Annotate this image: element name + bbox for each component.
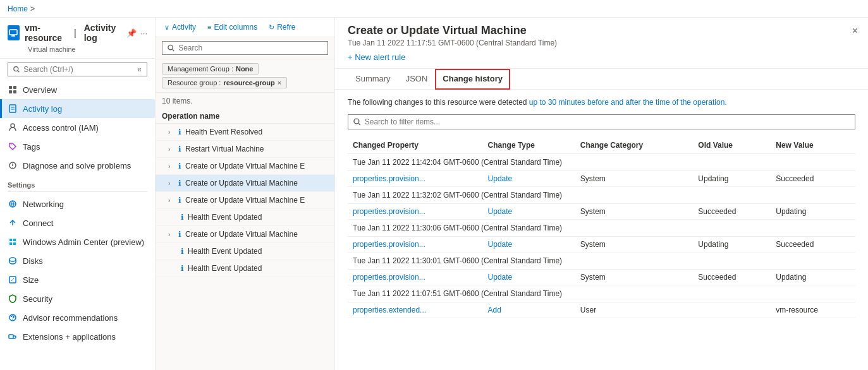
info-icon: ℹ — [178, 162, 181, 170]
svg-rect-22 — [13, 242, 16, 245]
old-value-cell — [693, 302, 771, 318]
list-item[interactable]: › ℹ Create or Update Virtual Machine — [156, 175, 334, 192]
breadcrumb: Home > — [0, 0, 868, 18]
close-button[interactable]: × — [852, 25, 858, 37]
svg-rect-21 — [9, 242, 12, 245]
svg-line-4 — [18, 71, 19, 72]
collapse-icon[interactable]: « — [137, 65, 142, 74]
overview-icon — [8, 85, 18, 95]
svg-rect-5 — [9, 86, 12, 89]
edit-columns-btn[interactable]: ≡ Edit columns — [205, 21, 260, 33]
sidebar-item-advisor[interactable]: Advisor recommendations — [0, 308, 155, 327]
info-icon: ℹ — [181, 247, 184, 256]
sidebar-item-security[interactable]: Security — [0, 289, 155, 308]
activity-dropdown-btn[interactable]: ∨ Activity — [162, 21, 199, 33]
new-value-cell: Succeeded — [771, 170, 855, 186]
sidebar-item-disks[interactable]: Disks — [0, 251, 155, 270]
info-link: up to 30 minutes before and after the ti… — [529, 98, 727, 107]
extensions-icon — [8, 331, 18, 342]
svg-point-3 — [14, 67, 18, 71]
list-item[interactable]: › ℹ Create or Update Virtual Machine E — [156, 158, 334, 175]
item-label: Health Event Resolved — [185, 128, 262, 136]
category-cell: System — [575, 236, 694, 252]
sidebar-search-box[interactable]: « — [8, 63, 147, 76]
sidebar-item-access-control[interactable]: Access control (IAM) — [0, 118, 155, 137]
filter-search-box[interactable] — [348, 114, 855, 129]
col-change-category: Change Category — [575, 137, 694, 154]
property-cell[interactable]: properties.provision... — [348, 236, 483, 252]
center-search-box[interactable] — [162, 41, 328, 55]
col-change-type: Change Type — [483, 137, 575, 154]
list-item[interactable]: › ℹ Restart Virtual Machine — [156, 141, 334, 158]
breadcrumb-home[interactable]: Home — [8, 4, 28, 13]
svg-point-26 — [12, 319, 13, 321]
list-item[interactable]: ℹ Health Event Updated — [156, 243, 334, 260]
category-cell: System — [575, 269, 694, 285]
tab-json[interactable]: JSON — [398, 69, 436, 90]
networking-label: Networking — [23, 200, 64, 209]
list-item[interactable]: ℹ Health Event Updated — [156, 260, 334, 277]
sidebar-item-overview[interactable]: Overview — [0, 80, 155, 99]
property-cell[interactable]: properties.provision... — [348, 269, 483, 285]
sidebar-item-connect[interactable]: Connect — [0, 213, 155, 232]
networking-icon — [8, 199, 18, 209]
sidebar-item-activity-log[interactable]: Activity log — [0, 99, 155, 118]
new-value-cell: Updating — [771, 269, 855, 285]
item-label: Restart Virtual Machine — [185, 145, 264, 153]
list-item[interactable]: ℹ Health Event Updated — [156, 209, 334, 226]
items-count: 10 items. — [156, 93, 334, 109]
more-icon[interactable]: ··· — [140, 28, 147, 38]
sidebar-item-windows-admin[interactable]: Windows Admin Center (preview) — [0, 232, 155, 251]
change-type-cell: Update — [483, 170, 575, 186]
new-value-cell: vm-resource — [771, 302, 855, 318]
date-row: Tue Jan 11 2022 11:30:06 GMT-0600 (Centr… — [348, 219, 855, 236]
property-cell[interactable]: properties.provision... — [348, 203, 483, 219]
breadcrumb-sep: > — [30, 4, 35, 13]
size-label: Size — [23, 275, 39, 285]
column-header: Operation name — [156, 109, 334, 124]
tags-label: Tags — [23, 142, 40, 152]
detail-actions: + New alert rule — [348, 52, 855, 62]
svg-point-23 — [9, 258, 16, 261]
sidebar-item-networking[interactable]: Networking — [0, 194, 155, 213]
detail-title: Create or Update Virtual Machine — [348, 24, 855, 37]
resource-type: Virtual machine — [28, 45, 147, 53]
filter-tag-close[interactable]: × — [278, 79, 281, 87]
svg-rect-8 — [13, 90, 16, 93]
list-item[interactable]: › ℹ Create or Update Virtual Machine E — [156, 192, 334, 209]
list-item[interactable]: › ℹ Health Event Resolved — [156, 124, 334, 141]
category-cell: User — [575, 302, 694, 318]
list-item[interactable]: › ℹ Create or Update Virtual Machine — [156, 226, 334, 243]
pin-icon[interactable]: 📌 — [126, 28, 137, 38]
refresh-btn[interactable]: ↻ Refre — [266, 21, 298, 33]
property-cell[interactable]: properties.provision... — [348, 170, 483, 186]
tab-change-history[interactable]: Change history — [435, 69, 510, 90]
sidebar-search-container: « — [0, 59, 155, 80]
sidebar-item-size[interactable]: Size — [0, 270, 155, 289]
sidebar-item-extensions[interactable]: Extensions + applications — [0, 327, 155, 346]
tab-summary[interactable]: Summary — [348, 69, 398, 90]
filter-search-input[interactable] — [365, 117, 850, 126]
info-text: The following changes to this resource w… — [348, 97, 855, 108]
filter-tags: Management Group : None Resource group :… — [156, 59, 334, 93]
date-row: Tue Jan 11 2022 11:30:01 GMT-0600 (Centr… — [348, 252, 855, 269]
access-control-label: Access control (IAM) — [23, 123, 99, 133]
filter-tag-resource-group: Resource group : resource-group × — [162, 77, 287, 88]
advisor-label: Advisor recommendations — [23, 313, 118, 323]
new-alert-rule-btn[interactable]: + New alert rule — [348, 52, 405, 62]
connect-label: Connect — [23, 218, 53, 228]
sidebar-item-tags[interactable]: Tags — [0, 137, 155, 156]
sidebar-item-diagnose[interactable]: Diagnose and solve problems — [0, 156, 155, 175]
svg-point-12 — [11, 124, 15, 128]
diagnose-icon — [8, 160, 18, 170]
svg-rect-7 — [9, 90, 12, 93]
settings-section-header: Settings — [0, 175, 155, 191]
expand-icon: › — [168, 163, 174, 170]
security-icon — [8, 294, 18, 304]
center-search-input[interactable] — [178, 44, 322, 52]
property-cell[interactable]: properties.extended... — [348, 302, 483, 318]
sidebar-search-input[interactable] — [23, 65, 133, 74]
table-row: properties.provision... Update System Up… — [348, 170, 855, 186]
tabs: Summary JSON Change history — [335, 69, 868, 90]
detail-header: Create or Update Virtual Machine Tue Jan… — [335, 18, 868, 69]
